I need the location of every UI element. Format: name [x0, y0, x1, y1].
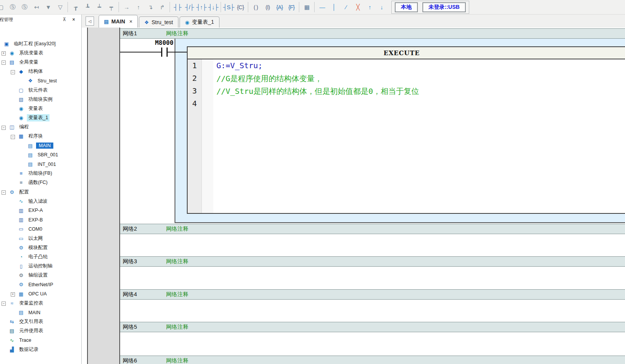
tab-variable-table-1[interactable]: ◉ 变量表_1 [180, 16, 219, 28]
network-3-header[interactable]: 网络3 网络注释 [120, 256, 625, 267]
wire-corner-down-icon[interactable]: ↴ [144, 2, 156, 13]
network-comment[interactable]: 网络注释 [166, 258, 188, 265]
tree-item-输入滤波[interactable]: ∿输入滤波 [0, 197, 81, 206]
code-line[interactable]: //V_Stru是同样的结构体，但是初始值都是0，相当于复位 [216, 86, 625, 99]
code-line[interactable]: G:=V_Stru; [216, 61, 625, 74]
tree-item-stru_test[interactable]: ❖Stru_test [0, 76, 81, 85]
network-comment[interactable]: 网络注释 [166, 357, 188, 364]
branch-insert-icon[interactable]: ↤ [30, 2, 42, 13]
tree-item-功能块-fb-[interactable]: ≡功能块(FB) [0, 169, 81, 178]
inverted-coil-icon[interactable]: (I) [262, 2, 274, 13]
function-block-icon[interactable]: {F} [285, 2, 297, 13]
collapse-icon[interactable]: − [11, 134, 18, 139]
tree-item-轴组设置[interactable]: ⚙轴组设置 [0, 271, 81, 280]
network-comment[interactable]: 网络注释 [166, 30, 188, 37]
tree-item-临时工程-easy320-[interactable]: ▣临时工程 [Easy320] [0, 39, 81, 48]
tree-item-变量监控表[interactable]: −≈变量监控表 [0, 298, 81, 308]
network-6-header[interactable]: 网络6 网络注释 [120, 356, 625, 364]
sfc-action-s-icon[interactable]: Ⓢ [7, 2, 18, 13]
code-area[interactable]: G:=V_Stru; //G是程序使用的结构体变量， //V_Stru是同样的结… [213, 59, 625, 213]
tree-item-元件使用表[interactable]: ▤元件使用表 [0, 326, 81, 336]
close-icon[interactable]: × [71, 16, 77, 23]
network-5-header[interactable]: 网络5 网络注释 [120, 322, 625, 332]
code-line[interactable]: //G是程序使用的结构体变量， [216, 74, 625, 86]
instruction-table-icon[interactable]: ▦ [301, 2, 313, 13]
coil-icon[interactable]: ( ) [250, 2, 262, 13]
contact-operand-label[interactable]: M8000 [143, 39, 185, 46]
tree-item-ethernet-ip[interactable]: ⚙EtherNet/IP [0, 280, 81, 289]
network-4-header[interactable]: 网络4 网络注释 [120, 289, 625, 300]
tree-item-功能块实例[interactable]: ▧功能块实例 [0, 95, 81, 104]
tree-item-exp-a[interactable]: ▥EXP-A [0, 206, 81, 215]
tree-item-函数-fc-[interactable]: ≡函数(FC) [0, 178, 81, 187]
contact-falling-icon[interactable]: ┤↓├ [207, 2, 219, 13]
tree-item-程序块[interactable]: −▦程序块 [0, 132, 81, 141]
tree-item-运动控制轴[interactable]: ▯运动控制轴 [0, 262, 81, 271]
draw-vline-icon[interactable]: │ [328, 2, 340, 13]
tree-item-以太网[interactable]: ▭以太网 [0, 234, 81, 243]
draw-branch-up-icon[interactable]: ┲ [69, 2, 81, 13]
edit-branch-icon[interactable]: ┯ [105, 2, 117, 13]
wire-right-icon[interactable]: → [120, 2, 132, 13]
collapse-icon[interactable]: − [2, 189, 8, 195]
tree-item-配置[interactable]: −⚙配置 [0, 187, 81, 197]
collapse-icon[interactable]: − [2, 300, 8, 306]
collapse-icon[interactable]: − [11, 69, 18, 74]
draw-branch-down-icon[interactable]: ┺ [81, 2, 93, 13]
collapse-icon[interactable]: − [2, 59, 8, 65]
move-down-icon[interactable]: ↓ [376, 2, 388, 13]
delete-vline-icon[interactable]: ╳ [352, 2, 364, 13]
contact-no-icon[interactable]: ┤├ [172, 2, 183, 13]
tree-item-exp-b[interactable]: ▥EXP-B [0, 215, 81, 225]
compare-block-icon[interactable]: {C} [234, 2, 246, 13]
tree-item-全局变量[interactable]: −▤全局变量 [0, 57, 81, 67]
code-line[interactable] [216, 99, 625, 111]
insert-row-hollow-icon[interactable]: ▽ [54, 2, 66, 13]
tree-item-软元件表[interactable]: ▢软元件表 [0, 85, 81, 95]
network-2-header[interactable]: 网络2 网络注释 [120, 224, 625, 234]
network-1-header[interactable]: 网络1 网络注释 [120, 28, 625, 39]
network-comment[interactable]: 网络注释 [166, 225, 188, 233]
tree-item-交叉引用表[interactable]: ⇆交叉引用表 [0, 317, 81, 326]
tree-item-编程[interactable]: −◫编程 [0, 123, 81, 132]
no-contact-symbol[interactable] [161, 48, 162, 57]
tree-item-变量表_1[interactable]: ◉变量表_1 [0, 113, 81, 123]
expand-icon[interactable]: + [2, 50, 8, 56]
st-code-editor[interactable]: 1 2 3 4 G:=V_Stru; //G是程序使用的结构体变量， //V_S… [188, 59, 625, 213]
tree-item-trace[interactable]: ∿Trace [0, 336, 81, 345]
tree-item-变量表[interactable]: ◉变量表 [0, 104, 81, 113]
contact-nc-icon[interactable]: ┤/├ [183, 2, 195, 13]
tree-item-main[interactable]: ▤MAIN [0, 141, 81, 150]
set-contact-icon[interactable]: ┤S├ [223, 2, 234, 13]
tree-item-int_001[interactable]: ▤INT_001 [0, 159, 81, 169]
wire-corner-up-icon[interactable]: ↱ [156, 2, 168, 13]
application-instruction-icon[interactable]: {A} [274, 2, 285, 13]
collapse-icon[interactable]: − [2, 125, 8, 130]
delete-hline-icon[interactable]: ∕ [340, 2, 352, 13]
delete-branch-icon[interactable]: ┷ [93, 2, 105, 13]
tab-main[interactable]: ▤ MAIN × [99, 15, 138, 28]
draw-hline-icon[interactable]: — [316, 2, 328, 13]
tree-item-电子凸轮[interactable]: ◔电子凸轮 [0, 252, 81, 261]
tree-item-系统变量表[interactable]: +◉系统变量表 [0, 48, 81, 57]
tree-item-com0[interactable]: ▭COM0 [0, 225, 81, 234]
move-up-icon[interactable]: ↑ [364, 2, 376, 13]
tree-item-模块配置[interactable]: ⚙模块配置 [0, 243, 81, 252]
tree-item-结构体[interactable]: −◆结构体 [0, 67, 81, 76]
login-status-button[interactable]: 未登录::USB [422, 2, 466, 12]
sfc-step-s-icon[interactable]: Ⓢ [18, 2, 30, 13]
expand-icon[interactable]: + [11, 291, 18, 297]
tab-close-icon[interactable]: × [129, 18, 132, 25]
execute-st-block[interactable]: EXECUTE 1 2 3 4 G:=V_Stru; //G是程序使用的结构体变… [187, 46, 625, 214]
tab-scroll-left-button[interactable]: ◁ [86, 16, 94, 26]
network-comment[interactable]: 网络注释 [166, 291, 188, 298]
local-mode-button[interactable]: 本地 [395, 2, 418, 12]
tree-item-main[interactable]: ▤MAIN [0, 308, 81, 317]
tree-item-opc-ua[interactable]: +▦OPC UA [0, 289, 81, 298]
network-comment[interactable]: 网络注释 [166, 323, 188, 331]
tree-item-数据记录[interactable]: ▟数据记录 [0, 345, 81, 354]
step-box-icon[interactable]: ▢ [0, 2, 7, 13]
pin-icon[interactable]: ⊼ [61, 16, 68, 23]
wire-up-icon[interactable]: ↑ [132, 2, 144, 13]
tab-stru-test[interactable]: ❖ Stru_test [139, 16, 178, 28]
